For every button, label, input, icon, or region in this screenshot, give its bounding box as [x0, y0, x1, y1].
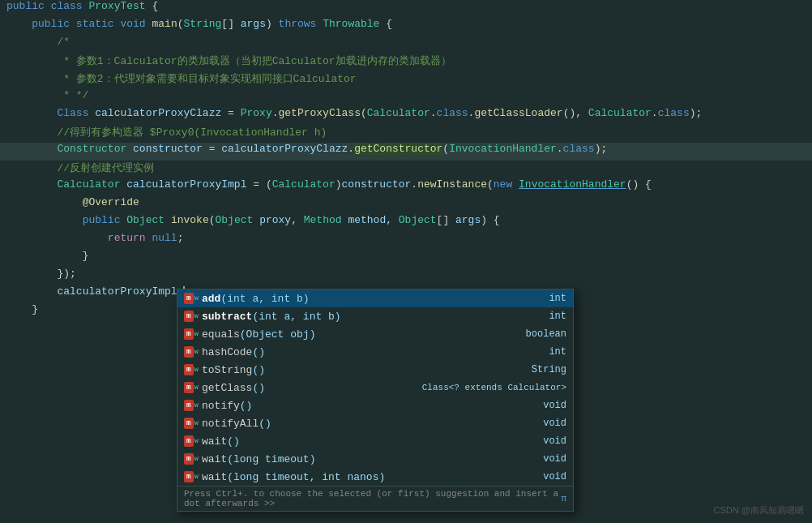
ac-item-add[interactable]: mw add(int a, int b) int: [177, 289, 573, 307]
ac-type-subtract: int: [502, 311, 566, 322]
ac-type-notifyAll: void: [502, 418, 566, 429]
watermark: CSDN @南风知易嗯嗯: [714, 504, 804, 517]
ac-item-wait2[interactable]: mw wait(long timeout) void: [177, 450, 573, 468]
method-icon-notifyAll: mw: [184, 417, 199, 430]
ac-name-wait3: wait(long timeout, int nanos): [202, 471, 502, 483]
ac-type-getClass: Class<? extends Calculator>: [422, 383, 566, 392]
method-icon-toString: mw: [184, 363, 199, 376]
code-line-2: public static void main(String[] args) t…: [0, 18, 812, 36]
code-line-5: * 参数2：代理对象需要和目标对象实现相同接口Calculator: [0, 71, 812, 89]
pi-symbol: π: [561, 494, 566, 504]
ac-item-getClass[interactable]: mw getClass() Class<? extends Calculator…: [177, 379, 573, 397]
method-icon-getClass: mw: [184, 381, 199, 394]
ac-type-toString: String: [502, 364, 566, 375]
ac-name-notifyAll: notifyAll(): [202, 418, 502, 430]
autocomplete-popup[interactable]: mw add(int a, int b) int mw subtract(int…: [177, 289, 574, 512]
ac-item-notifyAll[interactable]: mw notifyAll() void: [177, 414, 573, 432]
code-editor: public class ProxyTest { public static v…: [0, 0, 812, 523]
ac-type-wait3: void: [502, 471, 566, 482]
code-line-9: Constructor constructor = calculatorProx…: [0, 143, 812, 161]
code-line-11: Calculator calculatorProxyImpl = (Calcul…: [0, 178, 812, 196]
method-icon-wait1: mw: [184, 435, 199, 448]
code-line-6: * */: [0, 89, 812, 107]
ac-item-equals[interactable]: mw equals(Object obj) boolean: [177, 325, 573, 343]
method-icon-subtract: mw: [184, 310, 199, 323]
code-line-15: }: [0, 250, 812, 268]
ac-name-subtract: subtract(int a, int b): [202, 311, 502, 323]
method-icon-notify: mw: [184, 399, 199, 412]
code-line-12: @Override: [0, 196, 812, 214]
code-line-10: //反射创建代理实例: [0, 161, 812, 178]
code-line-1: public class ProxyTest {: [0, 0, 812, 18]
code-line-3: /*: [0, 36, 812, 54]
ac-type-wait1: void: [502, 435, 566, 447]
ac-type-hashCode: int: [502, 346, 566, 358]
method-icon-hashCode: mw: [184, 345, 199, 358]
ac-item-notify[interactable]: mw notify() void: [177, 397, 573, 414]
ac-item-subtract[interactable]: mw subtract(int a, int b) int: [177, 307, 573, 325]
code-line-7: Class calculatorProxyClazz = Proxy.getPr…: [0, 107, 812, 125]
ac-type-wait2: void: [502, 453, 566, 465]
code-line-8: //得到有参构造器 $Proxy0(InvocationHandler h): [0, 125, 812, 143]
ac-item-wait3[interactable]: mw wait(long timeout, int nanos) void: [177, 468, 573, 486]
ac-type-equals: boolean: [502, 328, 566, 340]
ac-type-add: int: [502, 293, 566, 304]
ac-name-add: add(int a, int b): [202, 293, 502, 305]
method-icon-wait3: mw: [184, 470, 199, 483]
ac-footer-text: Press Ctrl+. to choose the selected (or …: [184, 489, 561, 508]
ac-name-equals: equals(Object obj): [202, 328, 502, 341]
ac-footer: Press Ctrl+. to choose the selected (or …: [177, 486, 573, 511]
method-icon-add: mw: [184, 292, 199, 305]
code-line-14: return null;: [0, 232, 812, 250]
ac-name-getClass: getClass(): [202, 382, 422, 394]
ac-name-wait1: wait(): [202, 435, 502, 448]
ac-item-hashCode[interactable]: mw hashCode() int: [177, 343, 573, 361]
ac-item-wait1[interactable]: mw wait() void: [177, 432, 573, 450]
ac-name-toString: toString(): [202, 364, 502, 376]
ac-name-wait2: wait(long timeout): [202, 453, 502, 465]
ac-type-notify: void: [502, 400, 566, 411]
method-icon-wait2: mw: [184, 452, 199, 465]
code-line-13: public Object invoke(Object proxy, Metho…: [0, 214, 812, 232]
code-line-16: });: [0, 268, 812, 285]
code-line-4: * 参数1：Calculator的类加载器（当初把Calculator加载进内存…: [0, 54, 812, 71]
ac-item-toString[interactable]: mw toString() String: [177, 361, 573, 379]
ac-name-hashCode: hashCode(): [202, 346, 502, 358]
method-icon-equals: mw: [184, 328, 199, 341]
ac-name-notify: notify(): [202, 400, 502, 412]
